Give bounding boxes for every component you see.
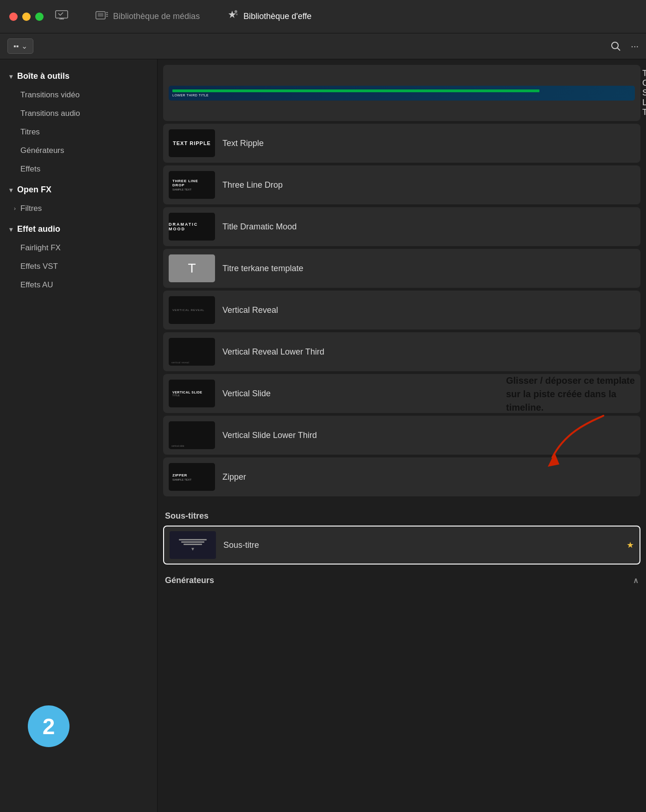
- svg-rect-4: [98, 13, 103, 17]
- titlebar-tabs: Bibliothèque de médias Bibliothèque d'ef…: [82, 6, 637, 27]
- effect-item-zipper[interactable]: ZIPPER SAMPLE TEXT Zipper: [163, 457, 640, 496]
- sidebar-openfx-label: Open FX: [17, 185, 51, 195]
- effect-thumbnail: LOWER THIRD TITLE: [169, 86, 635, 101]
- sous-titre-label: Sous-titre: [223, 540, 619, 550]
- effect-thumbnail: T: [169, 254, 215, 282]
- effect-item-three-line-drop[interactable]: THREE LINE DROP SAMPLE TEXT Three Line D…: [163, 165, 640, 204]
- sidebar-openfx-header[interactable]: ▾ Open FX: [0, 180, 157, 199]
- sidebar-item-effets-vst[interactable]: Effets VST: [0, 257, 157, 276]
- effect-item-vertical-reveal-lt[interactable]: vertical reveal Vertical Reveal Lower Th…: [163, 332, 640, 371]
- monitor-icon[interactable]: [55, 10, 69, 24]
- thumb-text: LOWER THIRD TITLE: [172, 94, 631, 97]
- minimize-button[interactable]: [22, 13, 31, 21]
- effect-label: Zipper: [222, 472, 635, 482]
- thumb-subtitle: SAMPLE TEXT: [172, 478, 211, 481]
- sidebar-item-transitions-audio[interactable]: Transitions audio: [0, 104, 157, 123]
- effect-label: Text Over Shape Lower Third: [642, 69, 646, 117]
- generateurs-label: Générateurs: [165, 576, 214, 585]
- sous-titre-thumbnail: ▼: [170, 531, 216, 559]
- effect-thumbnail: DRAMATIC MOOD: [169, 213, 215, 241]
- sous-titre-lines: [179, 539, 207, 545]
- effect-thumbnail: VERTICAL REVEAL: [169, 296, 215, 324]
- effect-thumbnail: THREE LINE DROP SAMPLE TEXT: [169, 171, 215, 199]
- sidebar-boite-label: Boîte à outils: [17, 71, 70, 81]
- effect-label: Titre terkane template: [222, 264, 635, 273]
- layout-button[interactable]: ▪▪ ⌄: [7, 38, 33, 54]
- effect-thumbnail: vertical reveal: [169, 338, 215, 366]
- thumb-text: TEXT RIPPLE: [173, 140, 211, 146]
- sidebar-item-titres[interactable]: Titres: [0, 123, 157, 141]
- sidebar-effet-audio-label: Effet audio: [17, 224, 60, 234]
- sidebar-section-boite: ▾ Boîte à outils Transitions vidéo Trans…: [0, 67, 157, 178]
- svg-point-9: [236, 13, 238, 15]
- search-button[interactable]: [607, 38, 625, 55]
- sous-titre-line: [181, 541, 204, 543]
- sidebar-item-generateurs[interactable]: Générateurs: [0, 141, 157, 160]
- effect-label: Vertical Slide Lower Third: [222, 431, 635, 440]
- thumb-text: vertical reveal: [171, 361, 189, 364]
- sous-titre-line: [179, 539, 207, 540]
- thumb-text: vertical slide: [171, 444, 184, 447]
- thumb-subtitle: TITLE: [172, 394, 211, 397]
- thumb-title: VERTICAL SLIDE: [172, 391, 211, 394]
- effect-item-title-dramatic[interactable]: DRAMATIC MOOD Title Dramatic Mood: [163, 207, 640, 246]
- sidebar-item-transitions-video[interactable]: Transitions vidéo: [0, 86, 157, 104]
- tab-media-library[interactable]: Bibliothèque de médias: [82, 6, 213, 27]
- chevron-down-icon: ⌄: [21, 42, 27, 51]
- thumb-subtitle: SAMPLE TEXT: [172, 188, 191, 191]
- effect-label: Vertical Slide: [222, 389, 635, 399]
- tab-effects-label: Bibliothèque d'effe: [243, 12, 311, 21]
- sidebar-item-effets[interactable]: Effets: [0, 160, 157, 178]
- traffic-lights: [9, 13, 44, 21]
- svg-line-11: [617, 48, 620, 51]
- sidebar-effet-audio-header[interactable]: ▾ Effet audio: [0, 220, 157, 239]
- step-number: 2: [43, 714, 55, 739]
- sidebar: ▾ Boîte à outils Transitions vidéo Trans…: [0, 59, 158, 812]
- effect-thumbnail: TEXT RIPPLE: [169, 129, 215, 157]
- effects-library-icon: [226, 10, 239, 24]
- content-panel: LOWER THIRD TITLE Text Over Shape Lower …: [158, 59, 646, 812]
- chevron-down-icon: ▾: [9, 226, 13, 233]
- sidebar-item-fairlight[interactable]: Fairlight FX: [0, 239, 157, 257]
- thumb-text: DRAMATIC MOOD: [169, 222, 215, 231]
- sous-titres-label: Sous-titres: [165, 511, 209, 521]
- sidebar-filtres-header[interactable]: › Filtres: [0, 199, 157, 218]
- effect-item-titre-terkane[interactable]: T Titre terkane template: [163, 249, 640, 288]
- maximize-button[interactable]: [35, 13, 44, 21]
- more-options-button[interactable]: ···: [631, 41, 639, 51]
- sidebar-section-effet-audio: ▾ Effet audio Fairlight FX Effets VST Ef…: [0, 220, 157, 294]
- sidebar-item-label: Titres: [20, 127, 40, 136]
- effect-label: Text Ripple: [222, 139, 635, 148]
- sidebar-item-label: Fairlight FX: [20, 243, 61, 252]
- effect-label: Vertical Reveal Lower Third: [222, 347, 635, 357]
- sous-titres-section-header: Sous-titres: [163, 504, 640, 526]
- media-library-icon: [95, 10, 108, 23]
- effect-item-vertical-slide-lt[interactable]: vertical slide Vertical Slide Lower Thir…: [163, 416, 640, 455]
- star-icon[interactable]: ★: [627, 540, 634, 550]
- sidebar-boite-header[interactable]: ▾ Boîte à outils: [0, 67, 157, 86]
- sidebar-section-openfx: ▾ Open FX › Filtres: [0, 180, 157, 218]
- sidebar-item-label: Effets VST: [20, 262, 58, 271]
- effect-label: Three Line Drop: [222, 180, 635, 190]
- effect-label: Title Dramatic Mood: [222, 222, 635, 232]
- green-bar: [172, 89, 539, 92]
- sidebar-item-effets-au[interactable]: Effets AU: [0, 276, 157, 294]
- close-button[interactable]: [9, 13, 18, 21]
- effect-item-vertical-slide[interactable]: VERTICAL SLIDE TITLE Vertical Slide: [163, 374, 640, 413]
- sidebar-item-label: Générateurs: [20, 146, 64, 155]
- effect-item-vertical-reveal[interactable]: VERTICAL REVEAL Vertical Reveal: [163, 291, 640, 330]
- effect-item-text-over-shape[interactable]: LOWER THIRD TITLE Text Over Shape Lower …: [163, 65, 640, 121]
- sous-titre-line: [184, 544, 202, 545]
- sidebar-item-label: Transitions vidéo: [20, 90, 80, 99]
- effect-item-sous-titre[interactable]: ▼ Sous-titre ★: [163, 526, 640, 565]
- generateurs-section-header[interactable]: Générateurs ∧: [163, 568, 640, 590]
- tab-effects-library[interactable]: Bibliothèque d'effe: [213, 6, 324, 27]
- effect-item-text-ripple[interactable]: TEXT RIPPLE Text Ripple: [163, 124, 640, 163]
- sidebar-item-label: Effets: [20, 165, 40, 173]
- toolbar: ▪▪ ⌄ ···: [0, 33, 646, 59]
- step-number-badge: 2: [28, 705, 70, 747]
- chevron-up-icon: ∧: [633, 576, 639, 585]
- effect-thumbnail: ZIPPER SAMPLE TEXT: [169, 463, 215, 491]
- effect-thumbnail: vertical slide: [169, 421, 215, 449]
- titlebar: Bibliothèque de médias Bibliothèque d'ef…: [0, 0, 646, 33]
